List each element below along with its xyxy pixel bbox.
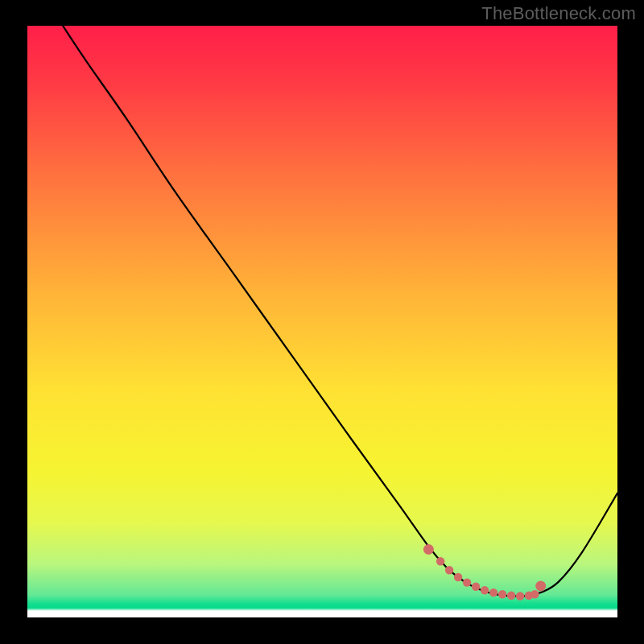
highlight-dot [535,581,546,592]
highlight-dot [445,566,453,574]
plot-area [27,26,617,617]
highlight-dot [498,590,506,598]
bottleneck-curve [63,26,617,597]
highlight-dot [507,592,515,600]
highlight-dot [472,583,480,591]
watermark-text: TheBottleneck.com [481,3,636,24]
highlight-dot [436,557,444,565]
highlight-dot [463,578,471,586]
highlight-dot [423,544,434,555]
highlight-dot [454,573,462,581]
highlight-dot [481,586,489,594]
curve-layer [27,26,617,617]
chart-frame: TheBottleneck.com [0,0,644,644]
highlight-dot [530,590,539,598]
highlight-dot [516,592,524,600]
highlight-dots [423,544,546,601]
highlight-dot [489,588,497,597]
